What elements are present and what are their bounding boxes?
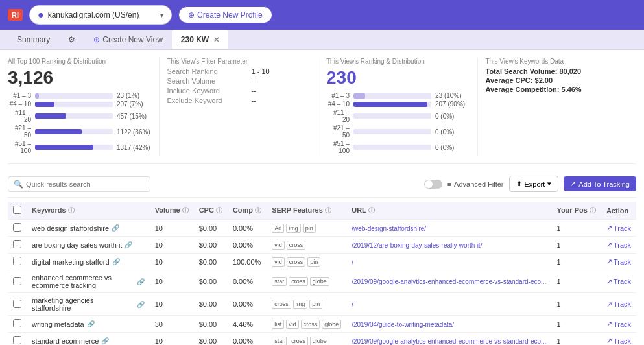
external-link-icon[interactable]: 🔗	[112, 258, 120, 265]
external-link-icon[interactable]: 🔗	[87, 320, 95, 327]
external-link-icon[interactable]: 🔗	[137, 278, 145, 285]
dot-icon: ●	[38, 9, 44, 21]
keyword-cell: marketing agencies staffordshire 🔗	[27, 293, 150, 316]
keyword-cell: digital marketing stafford 🔗	[27, 254, 150, 270]
export-button[interactable]: ⬆ Export ▾	[509, 176, 559, 192]
search-box[interactable]: 🔍	[8, 176, 150, 192]
row-checkbox[interactable]	[13, 223, 21, 232]
keyword-text: are boxing day sales worth it	[32, 241, 122, 249]
row-checkbox[interactable]	[13, 319, 21, 327]
keywords-help-icon[interactable]: ⓘ	[68, 207, 75, 214]
advanced-filter-button[interactable]: ≡ Advanced Filter	[447, 180, 504, 188]
export-icon: ⬆	[516, 180, 522, 188]
keyword-text: web design staffordshire	[32, 224, 109, 232]
row-checkbox-cell	[8, 270, 27, 293]
url-text: /2019/04/guide-to-writing-metadata/	[352, 321, 454, 328]
track-button[interactable]: ↗ Track	[606, 337, 631, 345]
external-link-icon[interactable]: 🔗	[101, 337, 109, 344]
row-checkbox-cell	[8, 254, 27, 270]
cpc-help-icon[interactable]: ⓘ	[216, 207, 222, 214]
filter-row-include: Include Keyword --	[167, 87, 311, 95]
tab-230kw[interactable]: 230 KW ✕	[172, 30, 228, 49]
col-checkbox	[8, 202, 27, 220]
url-cell: /	[346, 293, 551, 316]
serp-cell: vidcross	[267, 237, 346, 254]
filter-row-ranking: Search Ranking 1 - 10	[167, 67, 311, 75]
avg-comp-line: Average Competition: 5.46%	[486, 86, 629, 93]
serp-badge: img	[293, 300, 308, 309]
external-link-icon[interactable]: 🔗	[112, 224, 119, 232]
row-checkbox[interactable]	[13, 300, 21, 308]
serp-cell: vidcrosspin	[267, 254, 346, 270]
keywords-table-wrap: Keywords ⓘ Volume ⓘ CPC ⓘ Comp ⓘ SERP Fe…	[8, 202, 636, 345]
col-pos: Your Pos ⓘ	[551, 202, 601, 220]
track-button[interactable]: ↗ Track	[606, 320, 631, 328]
tab-create-view[interactable]: ⊕ Create New View	[84, 30, 171, 49]
keyword-cell: are boxing day sales worth it 🔗	[27, 237, 150, 254]
serp-badge: img	[286, 224, 301, 233]
pos-cell: 1	[551, 254, 601, 270]
add-to-tracking-button[interactable]: ↗ Add To Tracking	[564, 176, 636, 191]
url-cell: /2019/12/are-boxing-day-sales-really-wor…	[346, 237, 551, 254]
row-checkbox[interactable]	[13, 336, 21, 344]
track-button[interactable]: ↗ Track	[606, 224, 631, 232]
row-checkbox-cell	[8, 237, 27, 254]
row-checkbox[interactable]	[13, 257, 21, 265]
url-text: /2019/09/google-analytics-enhanced-ecomm…	[352, 338, 546, 345]
track-arrow-icon: ↗	[606, 337, 612, 345]
pos-cell: 1	[551, 237, 601, 254]
bar-row-21-50: #21 – 50 1122 (36%)	[8, 125, 151, 139]
track-button[interactable]: ↗ Track	[606, 278, 631, 286]
col-volume: Volume ⓘ	[150, 202, 194, 220]
select-all-checkbox[interactable]	[13, 206, 21, 214]
track-button[interactable]: ↗ Track	[606, 300, 631, 309]
total-volume-key: Total Search Volume:	[486, 67, 560, 75]
track-label: Track	[614, 300, 631, 308]
volume-help-icon[interactable]: ⓘ	[182, 207, 189, 214]
cpc-cell: $0.00	[194, 270, 228, 293]
table-row: enhanced ecommerce vs ecommerce tracking…	[8, 270, 636, 293]
action-cell: ↗ Track	[601, 237, 636, 254]
keyword-cell: web design staffordshire 🔗	[27, 220, 150, 237]
table-row: web design staffordshire 🔗 10 $0.00 0.00…	[8, 220, 636, 237]
url-help-icon[interactable]: ⓘ	[368, 207, 375, 214]
serp-help-icon[interactable]: ⓘ	[325, 207, 331, 214]
row-checkbox[interactable]	[13, 240, 21, 248]
row-checkbox-cell	[8, 293, 27, 316]
toggle-switch[interactable]	[424, 180, 442, 189]
ri-badge: RI	[8, 9, 23, 21]
pos-help-icon[interactable]: ⓘ	[590, 207, 596, 214]
avg-comp-key: Average Competition:	[486, 86, 562, 93]
url-dropdown[interactable]: ● kanukadigital.com (US/en) ▾	[29, 5, 172, 25]
track-label: Track	[614, 224, 631, 232]
cpc-cell: $0.00	[194, 254, 228, 270]
serp-cell: starcrossglobe	[267, 333, 346, 346]
external-link-icon[interactable]: 🔗	[137, 301, 145, 308]
bar-row-51-100: #51 – 100 1317 (42%)	[8, 140, 151, 154]
all-top100-number: 3,126	[8, 67, 151, 88]
track-button[interactable]: ↗ Track	[606, 257, 631, 266]
serp-badge: Ad	[272, 224, 284, 233]
serp-badge: pin	[303, 224, 316, 233]
add-tracking-label: Add To Tracking	[578, 180, 630, 188]
row-checkbox[interactable]	[13, 277, 21, 285]
tab-settings[interactable]: ⚙	[59, 30, 84, 49]
url-text: kanukadigital.com (US/en)	[48, 10, 156, 19]
col-cpc: CPC ⓘ	[194, 202, 228, 220]
close-tab-icon[interactable]: ✕	[213, 36, 219, 44]
external-link-icon[interactable]: 🔗	[125, 241, 132, 248]
serp-badge: cross	[287, 241, 306, 250]
search-input[interactable]	[26, 180, 145, 188]
comp-help-icon[interactable]: ⓘ	[255, 207, 261, 214]
volume-cell: 30	[150, 316, 194, 333]
track-button[interactable]: ↗ Track	[606, 241, 631, 249]
action-cell: ↗ Track	[601, 270, 636, 293]
avg-cpc-val: $2.00	[535, 77, 553, 84]
keyword-cell: enhanced ecommerce vs ecommerce tracking…	[27, 270, 150, 293]
comp-cell: 0.00%	[228, 220, 267, 237]
tab-summary[interactable]: Summary	[8, 30, 59, 49]
filter-row-exclude: Exclude Keyword --	[167, 97, 311, 104]
serp-badge: pin	[309, 300, 322, 309]
keyword-cell: standard ecommerce 🔗	[27, 333, 150, 346]
create-new-profile-button[interactable]: ⊕ Create New Profile	[178, 6, 272, 23]
